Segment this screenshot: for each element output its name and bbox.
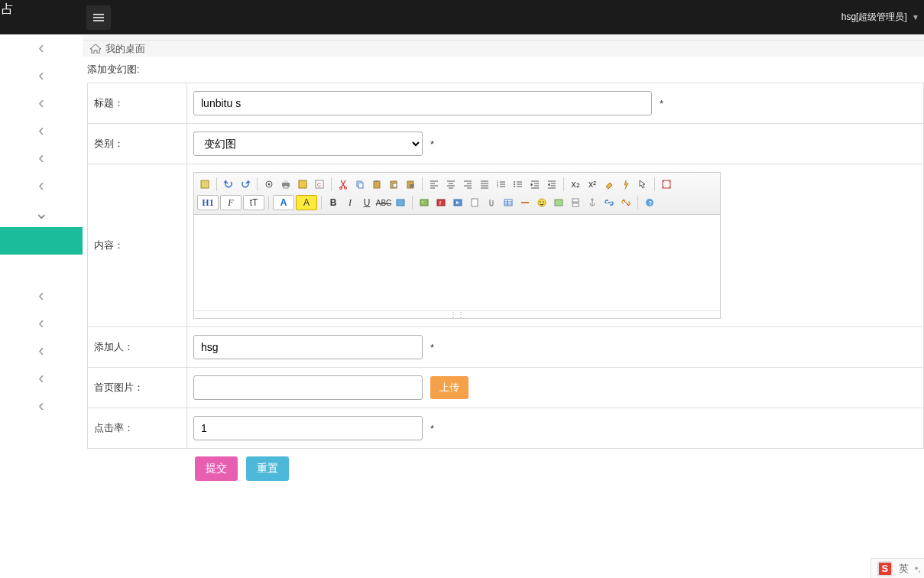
title-input[interactable] (193, 91, 652, 115)
sidebar-item-6[interactable]: ‹ (0, 172, 83, 200)
tb-selectall-icon[interactable] (635, 177, 650, 192)
tb-fullscreen-icon[interactable] (659, 177, 674, 192)
tb-file-icon[interactable] (467, 195, 482, 210)
category-select[interactable]: 变幻图 (193, 132, 423, 156)
svg-rect-11 (357, 181, 361, 187)
tb-link-icon[interactable] (601, 195, 617, 210)
topbar: 占 hsg[超级管理员] ▼ (0, 0, 924, 34)
tb-paste-icon[interactable] (369, 177, 384, 192)
sidebar-item-4[interactable]: ‹ (0, 117, 83, 144)
tb-attach-icon[interactable] (484, 195, 499, 210)
home-icon (90, 44, 101, 54)
tb-bold-icon[interactable]: B (326, 195, 341, 210)
sidebar-item-9[interactable]: ‹ (0, 310, 83, 337)
tb-cut-icon[interactable] (336, 177, 351, 192)
tb-fontfamily-select[interactable]: F (220, 195, 242, 210)
sidebar-item-3[interactable]: ‹ (0, 89, 83, 117)
sidebar-item-2[interactable]: ‹ (0, 62, 83, 89)
tb-heading-select[interactable]: H1 (197, 195, 219, 210)
tab-strip (83, 34, 924, 41)
tb-align-center-icon[interactable] (443, 177, 459, 192)
tb-preview-icon[interactable] (261, 177, 277, 192)
tb-paste-word-icon[interactable]: W (403, 177, 418, 192)
sidebar-item-1[interactable]: ‹ (0, 34, 83, 62)
image-path-input[interactable] (193, 375, 423, 400)
ime-lang[interactable]: 英 (899, 562, 909, 576)
tb-eraser-icon[interactable] (601, 177, 617, 192)
tb-strike-icon[interactable]: ABC (376, 195, 391, 210)
hits-input[interactable] (193, 416, 423, 440)
tb-quick-icon[interactable] (618, 177, 634, 192)
tb-about-icon[interactable]: ? (642, 195, 657, 210)
tb-code-icon[interactable]: C (312, 177, 327, 192)
author-input[interactable] (193, 335, 423, 359)
tb-print-icon[interactable] (278, 177, 293, 192)
tb-removeformat-icon[interactable] (393, 195, 408, 210)
required-mark: * (430, 342, 434, 353)
tb-pagebreak-icon[interactable] (568, 195, 583, 210)
upload-button[interactable]: 上传 (430, 376, 468, 399)
sidebar-item-12[interactable]: ‹ (0, 392, 83, 420)
tb-image-icon[interactable] (417, 195, 432, 210)
label-author: 添加人： (88, 327, 187, 368)
tb-copy-icon[interactable] (352, 177, 368, 192)
tb-ul-icon[interactable] (511, 177, 526, 192)
tb-fontcolor-select[interactable]: A (273, 195, 294, 210)
user-menu[interactable]: hsg[超级管理员] ▼ (841, 11, 919, 24)
reset-button[interactable]: 重置 (246, 456, 289, 481)
required-mark: * (430, 138, 434, 150)
breadcrumb-home[interactable]: 我的桌面 (105, 42, 145, 56)
sidebar-item-active[interactable] (0, 227, 83, 255)
tb-source-icon[interactable] (197, 177, 212, 192)
label-title: 标题： (88, 83, 187, 124)
sidebar-item-8[interactable]: ‹ (0, 282, 83, 310)
main-panel: 添加变幻图: 标题： * 类别： 变幻图 * (83, 57, 924, 578)
tb-map-icon[interactable] (551, 195, 566, 210)
tb-redo-icon[interactable] (238, 177, 253, 192)
tb-hr-icon[interactable] (517, 195, 533, 210)
tb-paste-text-icon[interactable] (386, 177, 401, 192)
breadcrumb: 我的桌面 (90, 42, 145, 56)
editor-resize-handle[interactable]: ⋮⋮ (194, 310, 720, 318)
ime-punct[interactable]: •, (915, 563, 921, 574)
svg-rect-3 (282, 183, 290, 187)
sidebar-item-10[interactable]: ‹ (0, 337, 83, 365)
svg-rect-26 (397, 200, 404, 206)
sidebar-toggle-button[interactable] (86, 5, 111, 30)
tb-anchor-icon[interactable] (585, 195, 600, 210)
tb-ol-icon[interactable]: 123 (494, 177, 509, 192)
tb-indent-icon[interactable] (527, 177, 543, 192)
tb-italic-icon[interactable]: I (342, 195, 358, 210)
svg-rect-6 (299, 180, 306, 188)
tb-table-icon[interactable] (501, 195, 516, 210)
tb-align-left-icon[interactable] (426, 177, 442, 192)
tb-emoji-icon[interactable] (534, 195, 550, 210)
tb-hilite-select[interactable]: A (296, 195, 317, 210)
sidebar-item-11[interactable]: ‹ (0, 365, 83, 392)
tb-sub-icon[interactable]: x₂ (568, 177, 583, 192)
sidebar-item-7-expanded[interactable]: ⌄ (0, 200, 83, 227)
svg-point-24 (514, 186, 515, 187)
submit-button[interactable]: 提交 (195, 456, 238, 481)
sidebar-item-5[interactable]: ‹ (0, 144, 83, 172)
tb-fontsize-select[interactable]: tT (243, 195, 264, 210)
svg-rect-15 (391, 181, 397, 188)
tb-sup-icon[interactable]: x² (585, 177, 600, 192)
tb-unlink-icon[interactable] (618, 195, 634, 210)
svg-point-35 (540, 201, 541, 203)
tb-undo-icon[interactable] (221, 177, 236, 192)
brand-fragment: 占 (2, 2, 14, 18)
svg-text:f: f (439, 200, 441, 206)
tb-template-icon[interactable] (295, 177, 310, 192)
label-content: 内容： (88, 164, 187, 327)
editor-body[interactable] (194, 215, 720, 310)
tb-outdent-icon[interactable] (544, 177, 559, 192)
tb-media-icon[interactable] (450, 195, 465, 210)
tb-flash-icon[interactable]: f (433, 195, 449, 210)
tb-underline-icon[interactable]: U (359, 195, 374, 210)
svg-text:?: ? (648, 200, 652, 206)
sogou-icon[interactable]: S (877, 561, 893, 576)
tb-align-right-icon[interactable] (460, 177, 475, 192)
svg-point-40 (592, 199, 593, 200)
tb-justify-icon[interactable] (477, 177, 492, 192)
